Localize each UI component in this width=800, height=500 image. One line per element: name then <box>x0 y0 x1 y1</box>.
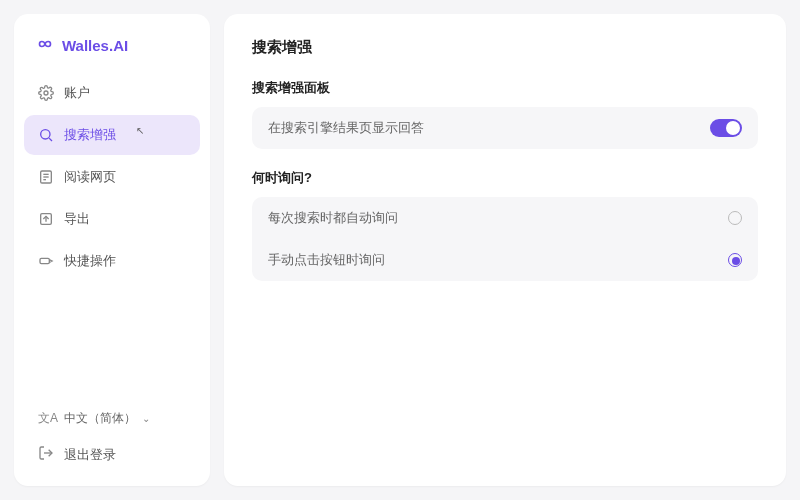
gear-icon <box>38 85 54 101</box>
export-icon <box>38 211 54 227</box>
svg-point-0 <box>44 91 48 95</box>
main-panel: 搜索增强 搜索增强面板 在搜索引擎结果页显示回答 何时询问? 每次搜索时都自动询… <box>224 14 786 486</box>
option-manual[interactable]: 手动点击按钮时询问 <box>252 239 758 281</box>
logout-label: 退出登录 <box>64 446 116 464</box>
document-icon <box>38 169 54 185</box>
language-label: 中文（简体） <box>64 410 136 427</box>
page-title: 搜索增强 <box>252 38 758 57</box>
panel-section-label: 搜索增强面板 <box>252 79 758 97</box>
brand-name: Walles.AI <box>62 37 128 54</box>
svg-line-2 <box>49 138 52 141</box>
sidebar-item-search-enhance[interactable]: 搜索增强 ↖ <box>24 115 200 155</box>
option-auto[interactable]: 每次搜索时都自动询问 <box>252 197 758 239</box>
when-section-label: 何时询问? <box>252 169 758 187</box>
language-icon: 文A <box>38 410 58 427</box>
radio-auto[interactable] <box>728 211 742 225</box>
toggle-row: 在搜索引擎结果页显示回答 <box>252 107 758 149</box>
sidebar-item-export[interactable]: 导出 <box>24 199 200 239</box>
show-answers-toggle[interactable] <box>710 119 742 137</box>
sidebar-item-label: 导出 <box>64 210 90 228</box>
sidebar: Walles.AI 账户 搜索增强 ↖ 阅读网页 导出 <box>14 14 210 486</box>
brand: Walles.AI <box>24 32 200 73</box>
infinity-icon <box>34 36 56 55</box>
nav: 账户 搜索增强 ↖ 阅读网页 导出 快捷操作 <box>24 73 200 281</box>
option-label: 每次搜索时都自动询问 <box>268 209 398 227</box>
sidebar-item-quick-actions[interactable]: 快捷操作 <box>24 241 200 281</box>
quick-icon <box>38 253 54 269</box>
chevron-down-icon: ⌄ <box>142 413 150 424</box>
sidebar-item-read-page[interactable]: 阅读网页 <box>24 157 200 197</box>
logout-button[interactable]: 退出登录 <box>24 435 200 474</box>
svg-point-1 <box>41 130 50 139</box>
sidebar-item-account[interactable]: 账户 <box>24 73 200 113</box>
toggle-panel: 在搜索引擎结果页显示回答 <box>252 107 758 149</box>
sidebar-item-label: 快捷操作 <box>64 252 116 270</box>
language-selector[interactable]: 文A 中文（简体） ⌄ <box>24 402 200 435</box>
svg-rect-9 <box>40 258 49 263</box>
option-label: 手动点击按钮时询问 <box>268 251 385 269</box>
cursor-icon: ↖ <box>136 125 144 136</box>
toggle-label: 在搜索引擎结果页显示回答 <box>268 119 424 137</box>
sidebar-item-label: 搜索增强 <box>64 126 116 144</box>
search-icon <box>38 127 54 143</box>
radio-manual[interactable] <box>728 253 742 267</box>
when-options-panel: 每次搜索时都自动询问 手动点击按钮时询问 <box>252 197 758 281</box>
sidebar-item-label: 阅读网页 <box>64 168 116 186</box>
logout-icon <box>38 445 54 464</box>
sidebar-item-label: 账户 <box>64 84 90 102</box>
